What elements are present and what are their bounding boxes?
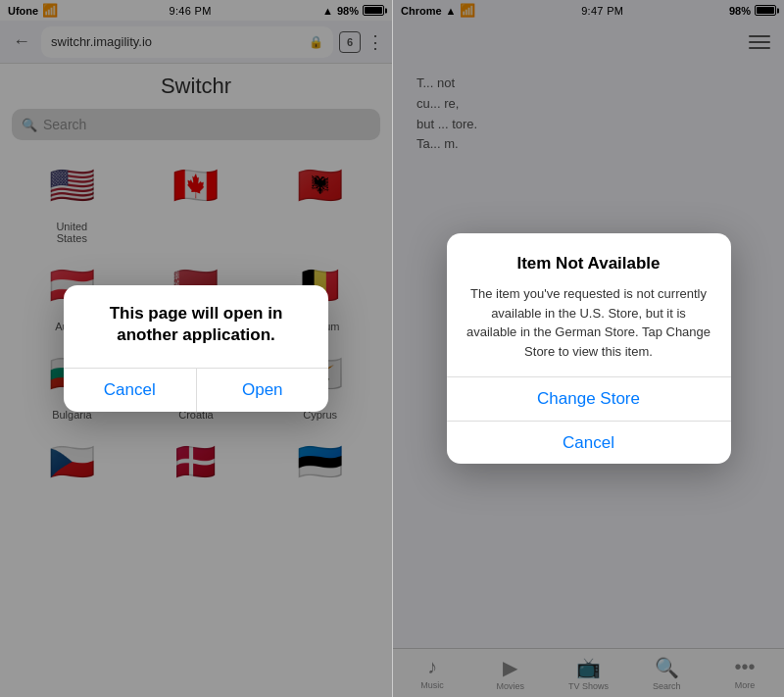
- open-button[interactable]: Open: [196, 369, 329, 412]
- dialog-stacked-buttons: Change Store Cancel: [447, 376, 731, 464]
- item-not-available-dialog: Item Not Available The item you've reque…: [447, 233, 731, 464]
- dialog-buttons: Cancel Open: [64, 368, 328, 412]
- dialog-overlay-left: This page will open in another applicati…: [0, 0, 392, 697]
- right-panel: Chrome ▲ 📶 9:47 PM 98% T... not cu... re…: [392, 0, 784, 697]
- dialog-overlay-right: Item Not Available The item you've reque…: [393, 0, 784, 697]
- open-in-app-dialog: This page will open in another applicati…: [64, 285, 328, 412]
- cancel-button-right[interactable]: Cancel: [447, 421, 731, 464]
- dialog-body: This page will open in another applicati…: [64, 285, 328, 368]
- dialog-title: This page will open in another applicati…: [79, 303, 313, 346]
- cancel-button[interactable]: Cancel: [64, 369, 196, 412]
- left-panel: Ufone 📶 9:46 PM ▲ 98% ← switchr.imagilit…: [0, 0, 392, 697]
- dialog-body-right: Item Not Available The item you've reque…: [447, 233, 731, 376]
- dialog-title-right: Item Not Available: [466, 253, 711, 274]
- dialog-message-right: The item you've requested is not current…: [466, 284, 711, 361]
- change-store-button[interactable]: Change Store: [447, 377, 731, 421]
